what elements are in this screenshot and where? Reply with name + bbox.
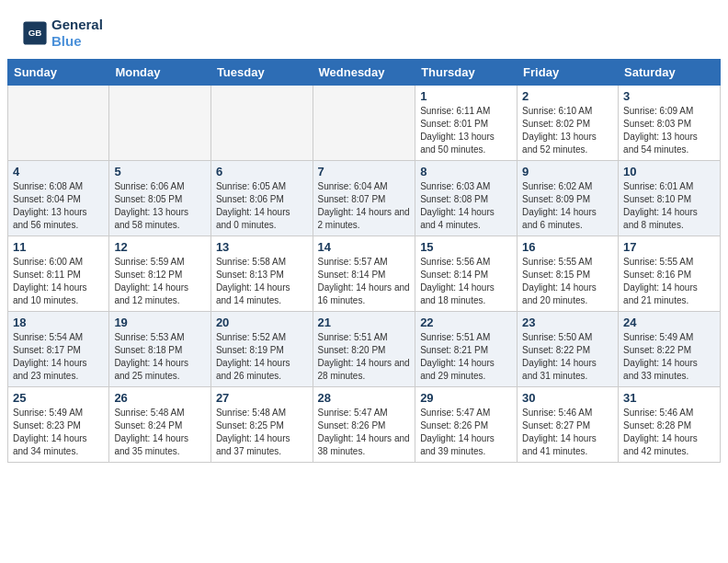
calendar-cell: 22Sunrise: 5:51 AMSunset: 8:21 PMDayligh… [415,312,518,387]
calendar-cell: 16Sunrise: 5:55 AMSunset: 8:15 PMDayligh… [518,236,619,312]
day-info: Sunrise: 5:56 AMSunset: 8:14 PMDaylight:… [420,256,512,307]
calendar-cell: 9Sunrise: 6:02 AMSunset: 8:09 PMDaylight… [518,161,619,236]
day-number: 26 [114,391,206,405]
day-info: Sunrise: 5:50 AMSunset: 8:22 PMDaylight:… [522,331,613,383]
day-number: 2 [522,89,613,103]
calendar-cell: 8Sunrise: 6:03 AMSunset: 8:08 PMDaylight… [415,161,518,236]
day-number: 15 [420,240,512,254]
day-info: Sunrise: 5:47 AMSunset: 8:26 PMDaylight:… [318,407,411,458]
day-info: Sunrise: 6:00 AMSunset: 8:11 PMDaylight:… [13,256,104,307]
calendar-cell: 30Sunrise: 5:46 AMSunset: 8:27 PMDayligh… [518,387,619,463]
calendar-cell: 2Sunrise: 6:10 AMSunset: 8:02 PMDaylight… [518,86,619,161]
day-number: 14 [318,240,411,254]
day-number: 22 [420,316,512,329]
weekday-header-row: SundayMondayTuesdayWednesdayThursdayFrid… [8,60,721,86]
day-info: Sunrise: 5:47 AMSunset: 8:26 PMDaylight:… [420,407,512,458]
calendar-cell: 20Sunrise: 5:52 AMSunset: 8:19 PMDayligh… [210,312,313,387]
weekday-header-tuesday: Tuesday [210,60,313,86]
calendar-cell: 12Sunrise: 5:59 AMSunset: 8:12 PMDayligh… [109,236,211,312]
day-info: Sunrise: 6:06 AMSunset: 8:05 PMDaylight:… [114,180,206,232]
weekday-header-sunday: Sunday [8,60,109,86]
calendar-cell: 3Sunrise: 6:09 AMSunset: 8:03 PMDaylight… [619,86,721,161]
day-number: 27 [216,391,308,405]
day-info: Sunrise: 6:08 AMSunset: 8:04 PMDaylight:… [13,180,104,232]
calendar-week-2: 4Sunrise: 6:08 AMSunset: 8:04 PMDaylight… [8,161,721,236]
day-info: Sunrise: 5:58 AMSunset: 8:13 PMDaylight:… [216,256,308,307]
day-number: 19 [114,316,206,329]
day-number: 23 [522,316,613,329]
day-info: Sunrise: 5:51 AMSunset: 8:21 PMDaylight:… [420,331,512,383]
day-info: Sunrise: 6:10 AMSunset: 8:02 PMDaylight:… [522,105,613,156]
calendar-cell: 24Sunrise: 5:49 AMSunset: 8:22 PMDayligh… [619,312,721,387]
calendar-week-3: 11Sunrise: 6:00 AMSunset: 8:11 PMDayligh… [8,236,721,312]
day-info: Sunrise: 5:54 AMSunset: 8:17 PMDaylight:… [13,331,104,383]
calendar-cell [210,86,313,161]
calendar-cell: 25Sunrise: 5:49 AMSunset: 8:23 PMDayligh… [8,387,109,463]
day-number: 6 [216,165,308,178]
day-info: Sunrise: 6:04 AMSunset: 8:07 PMDaylight:… [318,180,411,232]
logo-icon: GB [22,20,48,46]
day-number: 16 [522,240,613,254]
day-info: Sunrise: 5:57 AMSunset: 8:14 PMDaylight:… [318,256,411,307]
calendar-cell: 5Sunrise: 6:06 AMSunset: 8:05 PMDaylight… [109,161,211,236]
day-info: Sunrise: 6:01 AMSunset: 8:10 PMDaylight:… [623,180,715,232]
day-info: Sunrise: 5:48 AMSunset: 8:25 PMDaylight:… [216,407,308,458]
day-number: 10 [623,165,715,178]
day-number: 5 [114,165,206,178]
calendar-cell [313,86,415,161]
calendar-cell: 18Sunrise: 5:54 AMSunset: 8:17 PMDayligh… [8,312,109,387]
calendar-cell: 13Sunrise: 5:58 AMSunset: 8:13 PMDayligh… [210,236,313,312]
calendar-cell: 19Sunrise: 5:53 AMSunset: 8:18 PMDayligh… [109,312,211,387]
calendar-table: SundayMondayTuesdayWednesdayThursdayFrid… [7,59,721,463]
calendar-cell: 27Sunrise: 5:48 AMSunset: 8:25 PMDayligh… [210,387,313,463]
calendar-cell: 21Sunrise: 5:51 AMSunset: 8:20 PMDayligh… [313,312,415,387]
calendar-cell: 11Sunrise: 6:00 AMSunset: 8:11 PMDayligh… [8,236,109,312]
day-number: 25 [13,391,104,405]
day-info: Sunrise: 5:49 AMSunset: 8:22 PMDaylight:… [623,331,715,383]
day-info: Sunrise: 5:48 AMSunset: 8:24 PMDaylight:… [114,407,206,458]
day-number: 7 [318,165,411,178]
day-info: Sunrise: 5:46 AMSunset: 8:27 PMDaylight:… [522,407,613,458]
day-info: Sunrise: 6:09 AMSunset: 8:03 PMDaylight:… [623,105,715,156]
day-number: 9 [522,165,613,178]
calendar-wrapper: SundayMondayTuesdayWednesdayThursdayFrid… [0,59,728,470]
day-number: 21 [318,316,411,329]
day-number: 13 [216,240,308,254]
calendar-cell: 29Sunrise: 5:47 AMSunset: 8:26 PMDayligh… [415,387,518,463]
day-info: Sunrise: 5:51 AMSunset: 8:20 PMDaylight:… [318,331,411,383]
day-number: 8 [420,165,512,178]
day-number: 28 [318,391,411,405]
day-info: Sunrise: 5:49 AMSunset: 8:23 PMDaylight:… [13,407,104,458]
calendar-week-1: 1Sunrise: 6:11 AMSunset: 8:01 PMDaylight… [8,86,721,161]
calendar-cell: 14Sunrise: 5:57 AMSunset: 8:14 PMDayligh… [313,236,415,312]
day-info: Sunrise: 6:11 AMSunset: 8:01 PMDaylight:… [420,105,512,156]
day-number: 12 [114,240,206,254]
weekday-header-wednesday: Wednesday [313,60,415,86]
day-number: 17 [623,240,715,254]
calendar-cell: 1Sunrise: 6:11 AMSunset: 8:01 PMDaylight… [415,86,518,161]
day-info: Sunrise: 5:55 AMSunset: 8:15 PMDaylight:… [522,256,613,307]
svg-text:GB: GB [28,28,42,38]
day-info: Sunrise: 5:46 AMSunset: 8:28 PMDaylight:… [623,407,715,458]
weekday-header-saturday: Saturday [619,60,721,86]
weekday-header-monday: Monday [109,60,211,86]
day-info: Sunrise: 5:59 AMSunset: 8:12 PMDaylight:… [114,256,206,307]
day-info: Sunrise: 5:53 AMSunset: 8:18 PMDaylight:… [114,331,206,383]
day-number: 29 [420,391,512,405]
calendar-cell: 15Sunrise: 5:56 AMSunset: 8:14 PMDayligh… [415,236,518,312]
day-number: 30 [522,391,613,405]
day-number: 11 [13,240,104,254]
day-info: Sunrise: 6:02 AMSunset: 8:09 PMDaylight:… [522,180,613,232]
day-number: 20 [216,316,308,329]
calendar-cell: 4Sunrise: 6:08 AMSunset: 8:04 PMDaylight… [8,161,109,236]
day-info: Sunrise: 6:05 AMSunset: 8:06 PMDaylight:… [216,180,308,232]
calendar-cell: 6Sunrise: 6:05 AMSunset: 8:06 PMDaylight… [210,161,313,236]
calendar-cell: 26Sunrise: 5:48 AMSunset: 8:24 PMDayligh… [109,387,211,463]
logo-text: General Blue [51,17,103,50]
calendar-week-4: 18Sunrise: 5:54 AMSunset: 8:17 PMDayligh… [8,312,721,387]
day-info: Sunrise: 5:52 AMSunset: 8:19 PMDaylight:… [216,331,308,383]
day-info: Sunrise: 5:55 AMSunset: 8:16 PMDaylight:… [623,256,715,307]
day-number: 24 [623,316,715,329]
calendar-cell: 17Sunrise: 5:55 AMSunset: 8:16 PMDayligh… [619,236,721,312]
page-header: GB General Blue [0,0,728,59]
